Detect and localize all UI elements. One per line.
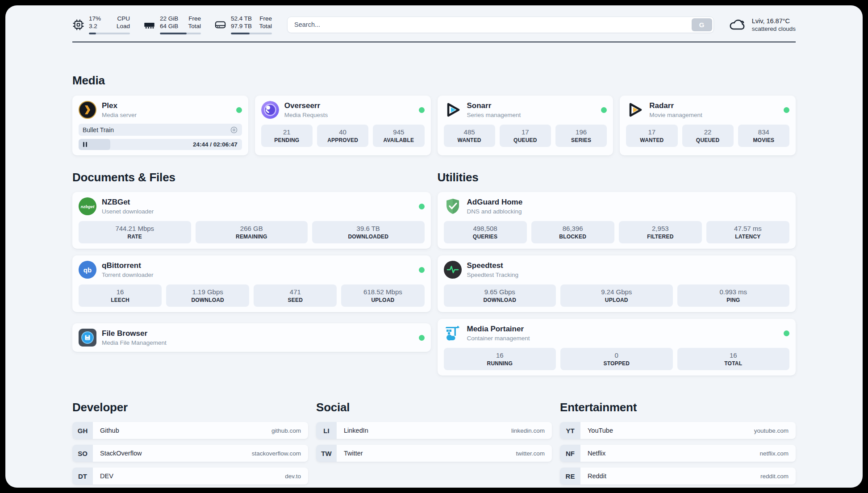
app-card-plex[interactable]: Plex Media server Bullet Train: [72, 96, 248, 155]
stat-box: 40APPROVED: [317, 125, 368, 147]
bookmark-name: LinkedIn: [344, 427, 368, 434]
app-card-sonarr[interactable]: Sonarr Series management 485WANTED 17QUE…: [438, 96, 613, 155]
bookmark-netflix[interactable]: NF Netflix netflix.com: [560, 445, 796, 462]
weather-widget: Lviv, 16.87°C scattered clouds: [729, 17, 796, 32]
portainer-icon: [444, 324, 462, 342]
stat-box: 266 GBREMAINING: [196, 221, 308, 243]
app-title: Sonarr: [467, 101, 521, 110]
app-subtitle: Movie management: [649, 112, 702, 118]
app-subtitle: Media Requests: [284, 112, 328, 118]
stat-box: 0STOPPED: [560, 348, 673, 370]
bookmark-url: youtube.com: [754, 427, 789, 434]
cpu-icon: [72, 19, 84, 31]
bookmark-badge: SO: [72, 445, 93, 462]
session-target-icon[interactable]: [230, 126, 238, 134]
app-card-filebrowser[interactable]: File Browser Media File Management: [72, 323, 431, 352]
stat-box: 47.57 msLATENCY: [706, 221, 789, 243]
stat-box: 17WANTED: [626, 125, 677, 147]
app-subtitle: Container management: [467, 335, 530, 342]
cpu-values: 17% 3.2: [89, 15, 101, 30]
qbittorrent-icon: qb: [79, 261, 96, 279]
status-dot: [419, 335, 425, 341]
bookmark-name: YouTube: [588, 427, 613, 434]
playback-time: 24:44 / 02:06:47: [193, 141, 238, 148]
memory-values: 22 GiB 64 GiB: [160, 15, 178, 30]
section-title-developer: Developer: [72, 401, 308, 414]
section-title-media: Media: [72, 74, 796, 88]
pause-icon: [83, 142, 87, 147]
status-dot: [784, 330, 789, 336]
section-title-social: Social: [316, 401, 552, 414]
bookmark-url: netflix.com: [760, 450, 789, 457]
memory-labels: Free Total: [188, 15, 201, 30]
app-card-speedtest[interactable]: Speedtest Speedtest Tracking 9.65 GbpsDO…: [438, 255, 796, 312]
media-grid: Plex Media server Bullet Train: [72, 96, 796, 155]
bookmark-linkedin[interactable]: LI LinkedIn linkedin.com: [316, 422, 552, 439]
app-title: AdGuard Home: [467, 198, 523, 207]
app-card-overseerr[interactable]: Overseerr Media Requests 21PENDING 40APP…: [255, 96, 431, 155]
stat-box: 1.19 GbpsDOWNLOAD: [166, 284, 249, 307]
stat-box: 21PENDING: [261, 125, 313, 147]
bookmark-badge: GH: [72, 422, 93, 439]
app-title: Media Portainer: [467, 325, 530, 334]
stat-box: 9.65 GbpsDOWNLOAD: [444, 284, 556, 307]
app-subtitle: Usenet downloader: [102, 208, 154, 215]
bookmark-url: twitter.com: [516, 450, 545, 457]
stat-box: 39.6 TBDOWNLOADED: [312, 221, 425, 243]
status-dot: [236, 107, 242, 113]
search-bar: G: [287, 17, 714, 33]
system-stats: 17% 3.2 CPU Load: [72, 15, 272, 35]
bookmark-stackoverflow[interactable]: SO StackOverflow stackoverflow.com: [72, 445, 308, 462]
app-title: NZBGet: [102, 198, 154, 207]
overseerr-icon: [261, 101, 279, 119]
bookmark-github[interactable]: GH Github github.com: [72, 422, 308, 439]
app-title: Plex: [102, 101, 137, 110]
app-card-radarr[interactable]: Radarr Movie management 17WANTED 22QUEUE…: [620, 96, 796, 155]
bookmark-badge: TW: [316, 445, 337, 462]
bookmark-name: Netflix: [588, 450, 605, 457]
bookmark-name: Github: [100, 427, 119, 434]
weather-location-temp: Lviv, 16.87°C: [752, 17, 796, 25]
section-title-entertainment: Entertainment: [560, 401, 796, 414]
bookmark-name: StackOverflow: [100, 450, 142, 457]
search-engine-button[interactable]: G: [692, 18, 712, 31]
bookmark-twitter[interactable]: TW Twitter twitter.com: [316, 445, 552, 462]
disk-labels: Free Total: [259, 15, 272, 30]
disk-icon: [214, 19, 226, 31]
speedtest-icon: [444, 261, 462, 279]
app-subtitle: Media server: [102, 112, 137, 118]
app-card-nzbget[interactable]: nzbget NZBGet Usenet downloader 744.21 M…: [72, 192, 431, 249]
stat-box: 86,396BLOCKED: [531, 221, 614, 243]
app-card-adguard[interactable]: AdGuard Home DNS and adblocking 498,508Q…: [438, 192, 796, 249]
section-title-documents: Documents & Files: [72, 171, 431, 184]
bookmark-youtube[interactable]: YT YouTube youtube.com: [560, 422, 796, 439]
stat-box: 17QUEUED: [500, 125, 551, 147]
entertainment-column: Entertainment YT YouTube youtube.com NF …: [560, 401, 796, 485]
disk-widget: 52.4 TB 97.9 TB Free Total: [214, 15, 272, 35]
app-subtitle: Series management: [467, 112, 521, 118]
search-input[interactable]: [287, 17, 714, 33]
app-title: Radarr: [649, 101, 702, 110]
stat-box: 471SEED: [254, 284, 337, 307]
filebrowser-icon: [79, 329, 96, 347]
app-card-portainer[interactable]: Media Portainer Container management 16R…: [438, 319, 796, 376]
bookmark-badge: NF: [560, 445, 580, 462]
status-dot: [419, 107, 425, 113]
utilities-column: Utilities AdGuard Home: [438, 171, 796, 376]
status-dot: [601, 107, 607, 113]
bookmark-reddit[interactable]: RE Reddit reddit.com: [560, 468, 796, 485]
bookmark-badge: LI: [316, 422, 337, 439]
cloud-icon: [729, 17, 746, 32]
stat-box: 485WANTED: [444, 125, 495, 147]
stat-box: 16RUNNING: [444, 348, 556, 370]
developer-column: Developer GH Github github.com SO StackO…: [72, 401, 308, 485]
app-title: qBittorrent: [102, 261, 154, 270]
bookmark-dev[interactable]: DT DEV dev.to: [72, 468, 308, 485]
stat-box: 744.21 MbpsRATE: [79, 221, 191, 243]
nzbget-icon: nzbget: [79, 197, 96, 215]
bookmark-url: stackoverflow.com: [252, 450, 301, 457]
now-playing-title: Bullet Train: [83, 126, 114, 134]
bookmark-badge: YT: [560, 422, 580, 439]
plex-icon: [79, 101, 96, 119]
app-card-qbittorrent[interactable]: qb qBittorrent Torrent downloader 16LEEC…: [72, 255, 431, 312]
